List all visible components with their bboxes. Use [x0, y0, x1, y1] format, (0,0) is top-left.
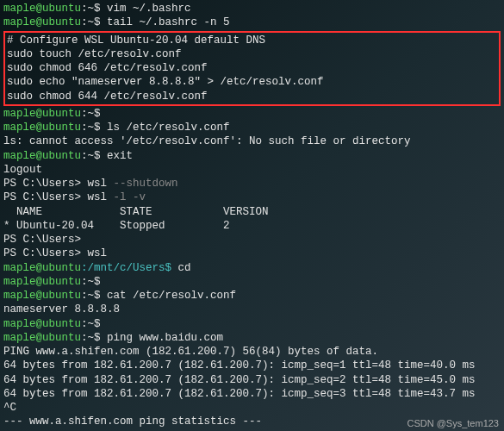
- prompt-line: maple@ubuntu:~$: [3, 107, 501, 121]
- prompt-line: maple@ubuntu:~$ tail ~/.bashrc -n 5: [3, 16, 501, 29]
- prompt-path: :~$: [81, 108, 107, 120]
- cat-output: nameserver 8.8.8.8: [3, 303, 501, 316]
- bashrc-line: # Configure WSL Ubuntu-20.04 default DNS: [7, 34, 497, 47]
- logout-text: logout: [3, 163, 501, 177]
- cmd-wsl: wsl: [88, 247, 108, 259]
- bashrc-line: sudo echo "nameserver 8.8.8.8" > /etc/re…: [7, 75, 497, 89]
- prompt-line: maple@ubuntu:~$ cat /etc/resolv.conf: [3, 289, 501, 303]
- bashrc-line: sudo chmod 644 /etc/resolv.conf: [7, 90, 497, 103]
- bashrc-line: sudo chmod 646 /etc/resolv.conf: [7, 61, 497, 75]
- prompt-path: :~$: [81, 122, 107, 134]
- prompt-user: maple@ubuntu: [3, 332, 81, 344]
- ps-prompt-line: PS C:\Users> wsl -l -v: [3, 191, 501, 204]
- cmd-cat: cat /etc/resolv.conf: [107, 290, 236, 302]
- prompt-user: maple@ubuntu: [3, 122, 81, 134]
- ping-header: PING www.a.shifen.com (182.61.200.7) 56(…: [3, 345, 501, 359]
- ps-prompt: PS C:\Users>: [3, 234, 88, 246]
- prompt-user: maple@ubuntu: [3, 108, 81, 120]
- prompt-line: maple@ubuntu:~$ ls /etc/resolv.conf: [3, 121, 501, 134]
- prompt-user: maple@ubuntu: [3, 150, 81, 162]
- cmd-wsl: wsl: [88, 191, 114, 203]
- prompt-user: maple@ubuntu: [3, 276, 81, 288]
- wsl-header: NAME STATE VERSION: [3, 205, 501, 219]
- bashrc-line: sudo touch /etc/resolv.conf: [7, 47, 497, 61]
- prompt-user: maple@ubuntu: [3, 16, 81, 28]
- cmd-vim: vim ~/.bashrc: [107, 3, 191, 15]
- cmd-ping: ping www.baidu.com: [107, 332, 223, 344]
- prompt-path: :/mnt/c/Users$: [81, 262, 178, 274]
- prompt-path: :~$: [81, 332, 107, 344]
- prompt-line: maple@ubuntu:~$ vim ~/.bashrc: [3, 2, 501, 16]
- prompt-user: maple@ubuntu: [3, 290, 81, 302]
- prompt-path: :~$: [81, 16, 107, 28]
- watermark: CSDN @Sys_tem123: [407, 417, 499, 429]
- ping-reply: 64 bytes from 182.61.200.7 (182.61.200.7…: [3, 373, 501, 387]
- prompt-line: maple@ubuntu:~$ ping www.baidu.com: [3, 331, 501, 345]
- ping-reply: 64 bytes from 182.61.200.7 (182.61.200.7…: [3, 359, 501, 372]
- cmd-arg: -l -v: [114, 191, 146, 203]
- cmd-tail: tail ~/.bashrc -n 5: [107, 16, 230, 28]
- ps-prompt: PS C:\Users>: [3, 178, 88, 190]
- prompt-path: :~$: [81, 318, 107, 330]
- prompt-line: maple@ubuntu:~$: [3, 275, 501, 289]
- cmd-ls: ls /etc/resolv.conf: [107, 122, 230, 134]
- prompt-user: maple@ubuntu: [3, 3, 81, 15]
- prompt-line: maple@ubuntu:~$: [3, 317, 501, 331]
- ps-prompt-line: PS C:\Users>: [3, 233, 501, 247]
- wsl-row: * Ubuntu-20.04 Stopped 2: [3, 219, 501, 233]
- highlighted-box: # Configure WSL Ubuntu-20.04 default DNS…: [3, 31, 501, 106]
- prompt-user: maple@ubuntu: [3, 318, 81, 330]
- ps-prompt: PS C:\Users>: [3, 247, 88, 259]
- ls-error: ls: cannot access '/etc/resolv.conf': No…: [3, 134, 501, 148]
- ps-prompt-line: PS C:\Users> wsl: [3, 247, 501, 260]
- ps-prompt: PS C:\Users>: [3, 191, 88, 203]
- ping-reply: 64 bytes from 182.61.200.7 (182.61.200.7…: [3, 387, 501, 401]
- cmd-cd: cd: [178, 262, 191, 274]
- ctrl-c: ^C: [3, 401, 501, 415]
- prompt-line: maple@ubuntu:/mnt/c/Users$ cd: [3, 261, 501, 275]
- prompt-path: :~$: [81, 150, 107, 162]
- prompt-line: maple@ubuntu:~$ exit: [3, 149, 501, 163]
- ps-prompt-line: PS C:\Users> wsl --shutdown: [3, 177, 501, 191]
- cmd-exit: exit: [107, 150, 133, 162]
- cmd-wsl: wsl: [88, 178, 114, 190]
- prompt-path: :~$: [81, 276, 107, 288]
- prompt-path: :~$: [81, 290, 107, 302]
- cmd-arg: --shutdown: [114, 178, 178, 190]
- prompt-path: :~$: [81, 3, 107, 15]
- prompt-user: maple@ubuntu: [3, 262, 81, 274]
